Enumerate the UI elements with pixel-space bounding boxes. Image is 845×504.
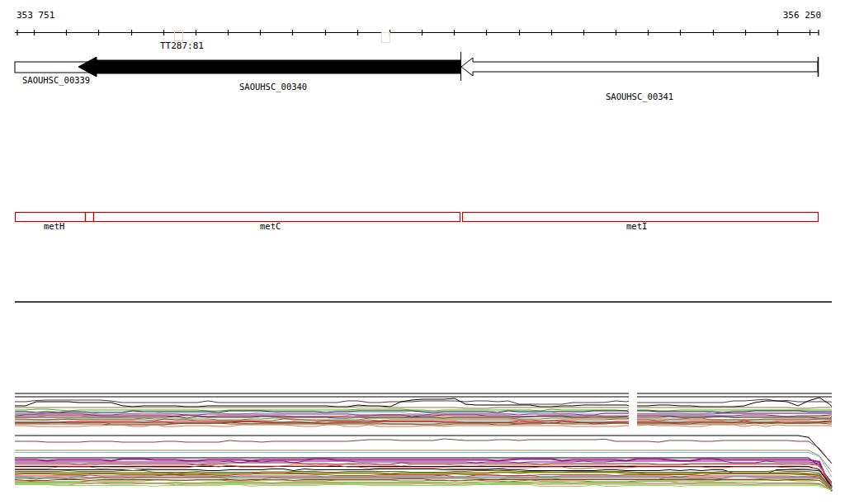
trace-line	[637, 410, 832, 411]
trace-line	[15, 483, 832, 490]
coverage-band-lower	[15, 458, 832, 492]
gene-label-saouhsc-00341: SAOUHSC_00341	[606, 92, 673, 101]
genome-browser-view: 353 751 356 250 TT287:81 SAOUHSC_00339 S…	[0, 0, 845, 504]
ruler-marker-box-2[interactable]	[381, 32, 390, 43]
trace-line	[637, 407, 832, 408]
feature-metC-box[interactable]	[94, 213, 460, 222]
ruler-end-coordinate: 356 250	[783, 11, 821, 21]
feature-label-metH: metH	[44, 222, 64, 231]
trace-line	[15, 485, 832, 490]
feature-label-metI: metI	[626, 222, 647, 231]
trace-line	[15, 411, 629, 412]
trace-line	[637, 399, 832, 403]
feature-metH-sub-box[interactable]	[86, 213, 94, 222]
gene-arrow-saouhsc-00340[interactable]	[78, 57, 460, 77]
coverage-band-upper	[15, 393, 832, 426]
gene-label-saouhsc-00339: SAOUHSC_00339	[22, 76, 90, 85]
feature-metI-box[interactable]	[463, 213, 819, 222]
trace-line	[15, 409, 629, 411]
feature-metH-box[interactable]	[16, 213, 86, 222]
trace-line	[15, 425, 629, 426]
browser-canvas	[0, 0, 845, 504]
feature-label-metC: metC	[260, 222, 281, 231]
trace-line	[15, 407, 629, 408]
trace-line	[637, 425, 832, 426]
ruler-marker-box-1[interactable]	[174, 31, 183, 41]
gene-label-saouhsc-00340: SAOUHSC_00340	[239, 82, 307, 92]
gene-arrow-saouhsc-00341[interactable]	[461, 58, 818, 76]
ruler-start-coordinate: 353 751	[17, 11, 54, 21]
marker-label-tt287: TT287:81	[160, 41, 204, 51]
